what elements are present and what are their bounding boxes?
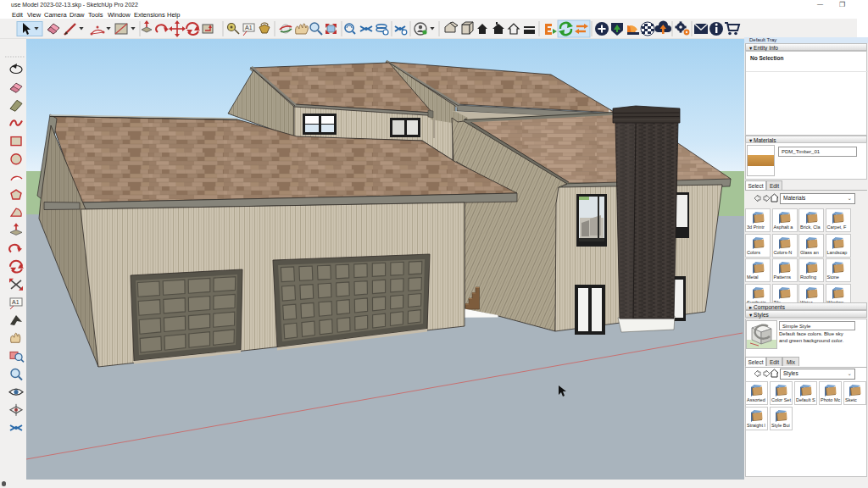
svg-text:A1: A1 <box>245 25 253 30</box>
svg-text:A1: A1 <box>12 299 19 305</box>
